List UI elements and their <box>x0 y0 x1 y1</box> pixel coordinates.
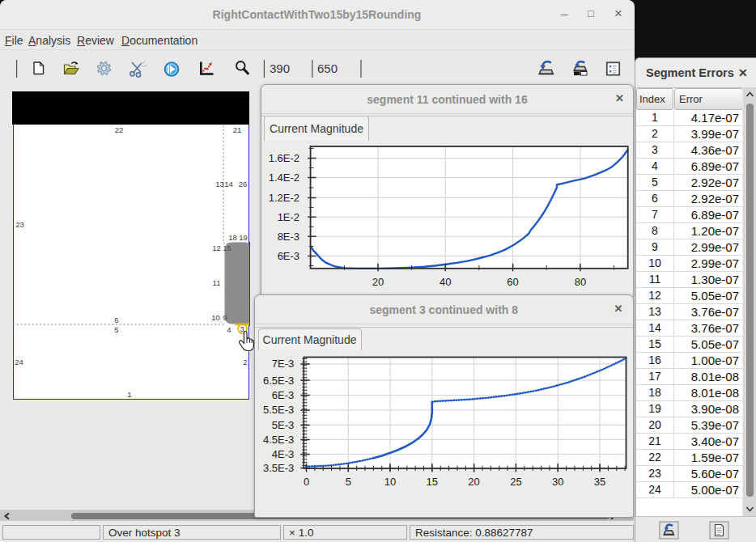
svg-text:23: 23 <box>15 220 24 229</box>
svg-text:80: 80 <box>575 276 586 288</box>
svg-text:1E-2: 1E-2 <box>278 210 299 222</box>
svg-text:60: 60 <box>507 276 518 288</box>
svg-text:9: 9 <box>223 313 227 322</box>
svg-text:5: 5 <box>345 476 350 488</box>
svg-text:35: 35 <box>593 476 605 488</box>
svg-text:20: 20 <box>468 476 479 488</box>
svg-text:13: 13 <box>215 180 224 188</box>
svg-text:12: 12 <box>212 243 221 252</box>
svg-text:1.2E-2: 1.2E-2 <box>269 191 299 203</box>
svg-text:5E-3: 5E-3 <box>271 419 293 431</box>
svg-text:7E-3: 7E-3 <box>271 358 293 370</box>
svg-text:10: 10 <box>384 476 395 488</box>
svg-text:1.6E-2: 1.6E-2 <box>269 152 299 164</box>
svg-text:0: 0 <box>303 476 308 488</box>
svg-text:6: 6 <box>114 315 118 324</box>
svg-text:5: 5 <box>114 325 118 334</box>
svg-text:2: 2 <box>243 358 247 366</box>
svg-text:4E-3: 4E-3 <box>271 448 293 460</box>
svg-text:19: 19 <box>239 233 248 242</box>
svg-text:10: 10 <box>211 313 220 322</box>
svg-text:4.5E-3: 4.5E-3 <box>262 434 293 446</box>
svg-text:15: 15 <box>223 243 231 252</box>
svg-text:1.4E-2: 1.4E-2 <box>269 171 299 184</box>
svg-text:26: 26 <box>239 180 248 188</box>
svg-text:40: 40 <box>440 276 451 288</box>
svg-text:18: 18 <box>228 233 237 242</box>
svg-text:8E-3: 8E-3 <box>278 230 299 242</box>
svg-text:6E-3: 6E-3 <box>278 250 299 262</box>
svg-text:1: 1 <box>127 390 131 399</box>
svg-text:6E-3: 6E-3 <box>271 389 293 401</box>
svg-text:3.5E-3: 3.5E-3 <box>262 462 293 474</box>
svg-text:25: 25 <box>510 476 521 488</box>
svg-text:4: 4 <box>227 325 231 334</box>
svg-text:14: 14 <box>224 180 233 188</box>
svg-text:5.5E-3: 5.5E-3 <box>262 404 293 416</box>
svg-text:21: 21 <box>233 125 242 134</box>
svg-text:30: 30 <box>551 476 563 488</box>
svg-text:20: 20 <box>372 276 384 288</box>
svg-text:22: 22 <box>115 125 124 134</box>
svg-text:11: 11 <box>213 278 221 287</box>
svg-text:6.5E-3: 6.5E-3 <box>262 375 293 387</box>
svg-text:15: 15 <box>426 476 437 488</box>
svg-text:24: 24 <box>15 358 23 366</box>
